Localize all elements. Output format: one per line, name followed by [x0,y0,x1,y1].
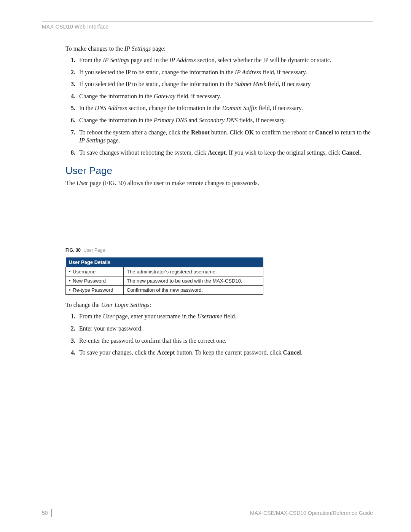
table-cell-desc: The administrator's registered username. [124,267,263,276]
footer-divider [51,509,52,517]
figure-caption: FIG. 30 User Page [65,248,373,253]
user-page-details-table: User Page Details • UsernameThe administ… [65,257,263,295]
list-item: Enter your new password. [77,324,373,333]
section-heading-user-page: User Page [65,165,373,177]
list-item: In the DNS Address section, change the i… [77,104,373,112]
table-header: User Page Details [66,257,263,267]
steps-list-1: From the IP Settings page and in the IP … [65,56,373,157]
page-header: MAX-CSD10 Web Interface [42,21,373,30]
list-item: To reboot the system after a change, cli… [77,128,373,145]
list-item: From the IP Settings page and in the IP … [77,56,373,64]
page-number: 50 [42,510,48,516]
table-cell-key: • Re-type Password [66,286,124,295]
figure-30-placeholder [65,190,373,248]
list-item: Change the information in the Gateway fi… [77,92,373,101]
header-breadcrumb: MAX-CSD10 Web Interface [42,24,109,30]
list-item: From the User page, enter your username … [77,312,373,321]
list-item: If you selected the IP to be static, cha… [77,80,373,88]
table-row: • New PasswordThe new password to be use… [66,276,263,286]
intro-line-2: To change the User Login Settings: [65,302,373,308]
table-cell-key: • Username [66,267,124,276]
table-row: • Re-type PasswordConfirmation of the ne… [66,286,263,295]
page-footer: 50 MAX-CSE/MAX-CSD10 Operation/Reference… [42,509,373,517]
user-page-intro: The User page (FIG. 30) allows the user … [65,180,373,187]
table-body: • UsernameThe administrator's registered… [66,267,263,295]
document-page: MAX-CSD10 Web Interface To make changes … [0,0,411,532]
list-item: To save your changes, click the Accept b… [77,348,373,357]
steps-list-2: From the User page, enter your username … [65,312,373,356]
table-cell-key: • New Password [66,276,124,286]
figure-title: User Page [83,248,105,253]
list-item: Change the information in the Primary DN… [77,116,373,125]
page-body: To make changes to the IP Settings page:… [65,45,373,357]
table-cell-desc: Confirmation of the new password. [124,286,263,295]
table-cell-desc: The new password to be used with the MAX… [124,276,263,286]
table-row: • UsernameThe administrator's registered… [66,267,263,276]
list-item: Re-enter the password to confirm that th… [77,337,373,345]
figure-label: FIG. 30 [65,248,81,253]
footer-guide-title: MAX-CSE/MAX-CSD10 Operation/Reference Gu… [250,510,373,516]
intro-line-1: To make changes to the IP Settings page: [65,45,373,52]
list-item: To save changes without rebooting the sy… [77,149,373,157]
list-item: If you selected the IP to be static, cha… [77,68,373,77]
